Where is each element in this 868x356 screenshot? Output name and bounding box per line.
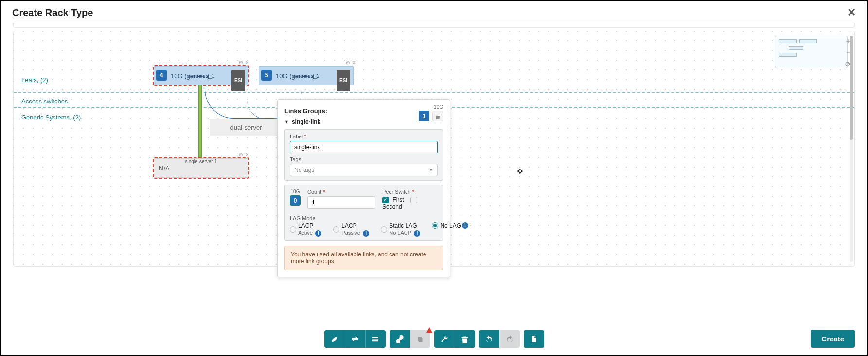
tool-link-button[interactable] xyxy=(390,330,410,348)
scroll-thumb[interactable] xyxy=(850,36,853,140)
close-icon[interactable]: ✕ xyxy=(847,6,856,19)
modal-header: Create Rack Type ✕ xyxy=(1,1,867,23)
minimap[interactable] xyxy=(775,36,848,68)
gear-icon[interactable]: ⚙ xyxy=(345,59,351,66)
trash-icon xyxy=(435,113,441,119)
gear-icon[interactable]: ⚙ xyxy=(238,152,244,158)
tags-caption: Tags xyxy=(290,156,438,162)
lag-lacp-passive[interactable]: LACP Passive i xyxy=(333,222,369,237)
link-icon xyxy=(395,335,404,343)
leaf-node-2-tag: ESI xyxy=(337,70,350,91)
create-button[interactable]: Create xyxy=(811,330,855,348)
canvas-toolbar xyxy=(1,330,867,348)
info-icon[interactable]: i xyxy=(315,230,321,237)
leaf-icon xyxy=(330,335,339,343)
close-icon[interactable]: ✕ xyxy=(245,59,249,66)
tags-select[interactable]: No tags ▼ xyxy=(290,164,438,176)
move-cursor-icon: ✥ xyxy=(517,167,523,176)
peer-first-label: First xyxy=(392,196,404,203)
redo-icon xyxy=(505,335,514,343)
group-speed-label: 10G xyxy=(419,104,443,110)
lag-lacp-active[interactable]: LACP Active i xyxy=(290,222,321,237)
count-input[interactable] xyxy=(307,196,375,209)
peer-first-checkbox[interactable] xyxy=(382,197,389,203)
modal-create-rack-type: Create Rack Type ✕ Leafs, (2) Access swi… xyxy=(0,0,868,356)
close-icon[interactable]: ✕ xyxy=(245,152,249,158)
peer-caption: Peer Switch xyxy=(382,189,438,195)
modal-title: Create Rack Type xyxy=(12,7,93,18)
tool-swap-button[interactable] xyxy=(345,330,365,348)
lane-label-generic: Generic Systems, (2) xyxy=(21,114,81,121)
node-tool-icons[interactable]: ⚙✕ xyxy=(237,59,249,66)
chevron-down-icon: ▼ xyxy=(284,119,289,124)
tool-copy-button xyxy=(410,330,430,348)
lag-static[interactable]: Static LAG No LACP i xyxy=(381,222,420,237)
tool-undo-button[interactable] xyxy=(479,330,499,348)
document-icon xyxy=(530,335,538,343)
lane-label-leafs: Leafs, (2) xyxy=(21,76,48,84)
tool-wrench-button[interactable] xyxy=(434,330,455,348)
port-badge[interactable]: 0 xyxy=(290,195,301,206)
links-groups-panel: Links Groups: 10G 1 xyxy=(277,99,450,277)
link-wire xyxy=(198,85,202,158)
info-icon[interactable]: i xyxy=(462,222,468,229)
topology-canvas[interactable]: Leafs, (2) Access switches Generic Syste… xyxy=(13,31,855,267)
panel-heading: Links Groups: xyxy=(284,107,327,115)
info-icon[interactable]: i xyxy=(363,230,369,237)
single-server-node[interactable]: single-server-1 N/A xyxy=(154,158,248,178)
trash-icon xyxy=(461,335,469,343)
info-icon[interactable]: i xyxy=(414,230,420,237)
group-name: single-link xyxy=(292,119,320,125)
leaf-node-1-text: 10G (generic) xyxy=(171,67,209,86)
footer-actions: Create xyxy=(811,330,855,348)
node-tool-icons[interactable]: ⚙✕ xyxy=(237,152,249,158)
lane-divider xyxy=(14,92,854,93)
tool-list-button[interactable] xyxy=(365,330,386,348)
label-caption: Label xyxy=(290,134,438,139)
lane-label-access: Access switches xyxy=(21,98,68,105)
tool-leaf-button[interactable] xyxy=(324,330,345,348)
group-toggle[interactable]: ▼ single-link xyxy=(284,119,320,125)
canvas-scrollbar[interactable] xyxy=(850,36,853,262)
wrench-icon xyxy=(440,335,449,343)
lag-caption: LAG Mode xyxy=(290,215,438,221)
close-icon[interactable]: ✕ xyxy=(352,59,356,66)
lag-nolag[interactable]: No LAG i xyxy=(432,222,468,229)
node-tool-icons[interactable]: ⚙✕ xyxy=(344,59,356,66)
collapsed-card xyxy=(13,23,855,28)
label-input[interactable] xyxy=(290,141,438,153)
tool-document-button[interactable] xyxy=(524,330,544,348)
gear-icon[interactable]: ⚙ xyxy=(238,59,244,66)
leaf-node-2[interactable]: 5 apstra-esi_2 10G (generic) ESI xyxy=(259,66,354,85)
group-count-chip: 1 xyxy=(419,111,429,121)
swap-icon xyxy=(351,335,359,343)
tags-placeholder: No tags xyxy=(294,167,314,173)
leaf-node-1[interactable]: 4 apstra-esi_1 10G (generic) ESI xyxy=(154,66,248,85)
count-caption: Count xyxy=(307,189,375,195)
warning-icon xyxy=(426,327,432,333)
list-icon xyxy=(371,335,380,343)
copy-icon xyxy=(416,335,425,343)
undo-icon xyxy=(485,335,494,343)
single-server-na: N/A xyxy=(159,159,170,178)
peer-second-label: Second xyxy=(382,203,402,210)
delete-group-button[interactable] xyxy=(432,111,443,121)
panel-warning: You have used all available links, and c… xyxy=(284,246,443,270)
peer-second-checkbox[interactable] xyxy=(410,197,417,203)
tool-delete-button[interactable] xyxy=(455,330,475,348)
gs-label: dual-server xyxy=(230,124,262,131)
tool-redo-button xyxy=(499,330,520,348)
generic-system-node[interactable]: dual-server xyxy=(210,119,283,136)
leaf-node-2-text: 10G (generic) xyxy=(276,67,314,86)
port-speed-label: 10G xyxy=(290,189,301,194)
chevron-down-icon: ▼ xyxy=(429,168,433,172)
